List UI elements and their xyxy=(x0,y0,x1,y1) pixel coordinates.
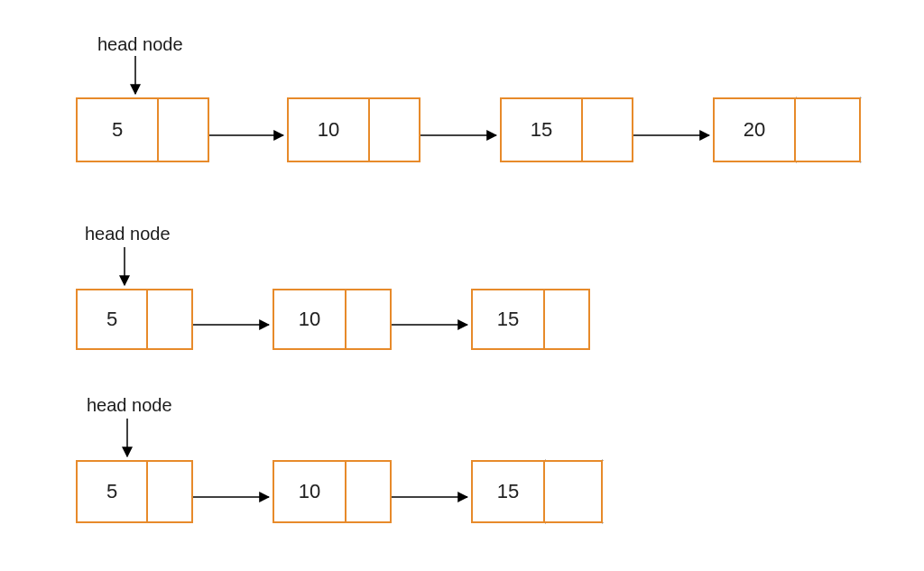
node-value: 5 xyxy=(76,289,148,350)
linked-list-node: 5 xyxy=(76,97,209,162)
linked-list-node: 15 xyxy=(471,460,603,523)
linked-list-node: 10 xyxy=(273,460,392,523)
node-value: 20 xyxy=(713,97,796,162)
node-next-pointer xyxy=(346,289,392,350)
linked-list-node: 15 xyxy=(500,97,633,162)
linked-list-node: 5 xyxy=(76,289,193,350)
node-value: 15 xyxy=(500,97,583,162)
diagram-canvas: head node5101520head node51015head node5… xyxy=(0,0,924,571)
linked-list-node: 5 xyxy=(76,460,193,523)
node-next-pointer xyxy=(148,289,193,350)
linked-list-node: 10 xyxy=(273,289,392,350)
node-next-pointer xyxy=(370,97,420,162)
node-next-pointer xyxy=(346,460,392,523)
node-null-pointer xyxy=(796,97,861,162)
node-null-pointer xyxy=(545,460,603,523)
linked-list-node: 15 xyxy=(471,289,590,350)
node-value: 10 xyxy=(287,97,370,162)
head-node-label: head node xyxy=(87,395,172,416)
head-node-label: head node xyxy=(85,224,171,244)
node-next-pointer xyxy=(545,289,590,350)
head-node-label: head node xyxy=(97,34,183,55)
node-value: 15 xyxy=(471,289,545,350)
node-value: 10 xyxy=(273,289,346,350)
node-next-pointer xyxy=(583,97,633,162)
node-value: 5 xyxy=(76,97,159,162)
node-value: 15 xyxy=(471,460,545,523)
node-next-pointer xyxy=(148,460,193,523)
node-value: 10 xyxy=(273,460,346,523)
node-next-pointer xyxy=(159,97,209,162)
node-value: 5 xyxy=(76,460,148,523)
linked-list-node: 10 xyxy=(287,97,420,162)
linked-list-node: 20 xyxy=(713,97,861,162)
